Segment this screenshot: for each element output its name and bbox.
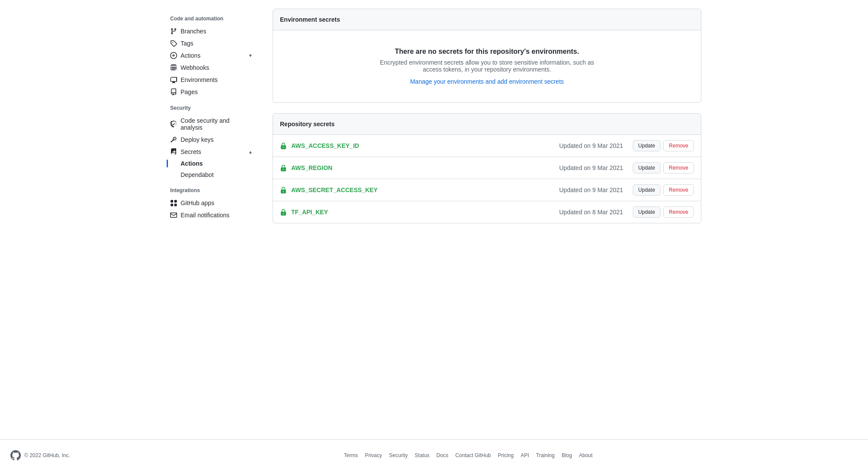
sidebar-section-security: Security Code security and analysis Depl… bbox=[167, 105, 255, 180]
sidebar: Code and automation Branches Tags bbox=[167, 9, 262, 431]
footer-link-status[interactable]: Status bbox=[415, 452, 430, 458]
chevron-down-icon: ▾ bbox=[249, 52, 252, 59]
sidebar-item-webhooks[interactable]: Webhooks bbox=[167, 62, 255, 74]
empty-state-title: There are no secrets for this repository… bbox=[282, 48, 692, 56]
sidebar-item-label-email-notifications: Email notifications bbox=[181, 212, 230, 219]
sidebar-sub-item-label-dependabot: Dependabot bbox=[181, 171, 214, 178]
secret-updated-0: Updated on 9 Mar 2021 bbox=[559, 142, 623, 149]
sidebar-item-environments[interactable]: Environments bbox=[167, 74, 255, 86]
secret-name-0: AWS_ACCESS_KEY_ID bbox=[291, 142, 559, 149]
update-button-3[interactable]: Update bbox=[633, 206, 661, 218]
actions-icon bbox=[170, 52, 177, 59]
remove-button-0[interactable]: Remove bbox=[663, 140, 694, 151]
sidebar-item-label-pages: Pages bbox=[181, 88, 198, 95]
sidebar-section-integrations: Integrations GitHub apps Email notificat… bbox=[167, 187, 255, 221]
environment-secrets-header: Environment secrets bbox=[273, 9, 701, 30]
footer-brand: © 2022 GitHub, Inc. bbox=[10, 450, 70, 461]
remove-button-3[interactable]: Remove bbox=[663, 206, 694, 218]
secret-row-1: AWS_REGION Updated on 9 Mar 2021 Update … bbox=[273, 157, 701, 179]
plus-square-icon bbox=[170, 148, 177, 155]
update-button-1[interactable]: Update bbox=[633, 162, 661, 173]
secret-updated-1: Updated on 9 Mar 2021 bbox=[559, 164, 623, 171]
secret-updated-2: Updated on 9 Mar 2021 bbox=[559, 186, 623, 193]
tag-icon bbox=[170, 40, 177, 47]
sidebar-item-tags[interactable]: Tags bbox=[167, 37, 255, 49]
sidebar-item-github-apps[interactable]: GitHub apps bbox=[167, 197, 255, 209]
secret-row-0: AWS_ACCESS_KEY_ID Updated on 9 Mar 2021 … bbox=[273, 135, 701, 157]
footer-link-terms[interactable]: Terms bbox=[344, 452, 358, 458]
lock-icon-1 bbox=[280, 164, 287, 172]
remove-button-2[interactable]: Remove bbox=[663, 184, 694, 196]
footer-link-about[interactable]: About bbox=[579, 452, 592, 458]
lock-icon-3 bbox=[280, 208, 287, 216]
sidebar-sub-item-actions[interactable]: Actions bbox=[167, 158, 255, 169]
secret-name-2: AWS_SECRET_ACCESS_KEY bbox=[291, 186, 559, 193]
secret-name-3: TF_API_KEY bbox=[291, 209, 559, 216]
update-button-0[interactable]: Update bbox=[633, 140, 661, 151]
secret-name-1: AWS_REGION bbox=[291, 164, 559, 171]
sidebar-item-label-webhooks: Webhooks bbox=[181, 64, 209, 71]
secret-row-2: AWS_SECRET_ACCESS_KEY Updated on 9 Mar 2… bbox=[273, 179, 701, 201]
sidebar-item-actions[interactable]: Actions ▾ bbox=[167, 49, 255, 62]
sidebar-sub-item-label-actions: Actions bbox=[181, 160, 203, 167]
github-logo bbox=[10, 450, 21, 461]
main-content: Environment secrets There are no secrets… bbox=[262, 9, 701, 431]
empty-state-desc: Encrypted environment secrets allow you … bbox=[378, 59, 595, 73]
mail-icon bbox=[170, 212, 177, 219]
environment-secrets-empty-state: There are no secrets for this repository… bbox=[273, 30, 701, 102]
chevron-up-icon: ▴ bbox=[249, 149, 252, 155]
apps-icon bbox=[170, 200, 177, 206]
environment-secrets-section: Environment secrets There are no secrets… bbox=[273, 9, 701, 103]
footer-link-blog[interactable]: Blog bbox=[562, 452, 572, 458]
sidebar-item-label-tags: Tags bbox=[181, 40, 194, 47]
sidebar-item-email-notifications[interactable]: Email notifications bbox=[167, 209, 255, 221]
sidebar-item-deploy-keys[interactable]: Deploy keys bbox=[167, 134, 255, 146]
footer-link-contact[interactable]: Contact GitHub bbox=[455, 452, 491, 458]
sidebar-section-code-automation: Code and automation Branches Tags bbox=[167, 16, 255, 98]
sidebar-section-label-integrations: Integrations bbox=[167, 187, 255, 193]
repository-secrets-header: Repository secrets bbox=[273, 114, 701, 135]
sidebar-item-label-secrets: Secrets bbox=[181, 148, 201, 155]
sidebar-section-label-security: Security bbox=[167, 105, 255, 111]
lock-icon-0 bbox=[280, 142, 287, 150]
update-button-2[interactable]: Update bbox=[633, 184, 661, 196]
sidebar-item-code-security[interactable]: Code security and analysis bbox=[167, 114, 255, 134]
shield-check-icon bbox=[170, 121, 177, 128]
sidebar-section-label-code: Code and automation bbox=[167, 16, 255, 22]
webhooks-icon bbox=[170, 64, 177, 71]
sidebar-item-label-deploy-keys: Deploy keys bbox=[181, 136, 214, 143]
sidebar-item-branches[interactable]: Branches bbox=[167, 25, 255, 37]
footer-copyright: © 2022 GitHub, Inc. bbox=[24, 452, 70, 458]
footer-link-training[interactable]: Training bbox=[536, 452, 555, 458]
sidebar-item-label-environments: Environments bbox=[181, 76, 218, 83]
footer-link-privacy[interactable]: Privacy bbox=[365, 452, 382, 458]
key-icon bbox=[170, 136, 177, 143]
secret-updated-3: Updated on 8 Mar 2021 bbox=[559, 209, 623, 216]
sidebar-item-pages[interactable]: Pages bbox=[167, 86, 255, 98]
footer-link-docs[interactable]: Docs bbox=[437, 452, 448, 458]
sidebar-item-label-github-apps: GitHub apps bbox=[181, 200, 214, 206]
footer-links: Terms Privacy Security Status Docs Conta… bbox=[79, 452, 858, 458]
footer: © 2022 GitHub, Inc. Terms Privacy Securi… bbox=[0, 439, 868, 471]
environments-icon bbox=[170, 76, 177, 83]
branch-icon bbox=[170, 28, 177, 35]
footer-link-security[interactable]: Security bbox=[389, 452, 408, 458]
lock-icon-2 bbox=[280, 186, 287, 194]
footer-link-api[interactable]: API bbox=[521, 452, 529, 458]
sidebar-sub-item-dependabot[interactable]: Dependabot bbox=[167, 169, 255, 180]
sidebar-item-label-branches: Branches bbox=[181, 28, 206, 35]
manage-environments-link[interactable]: Manage your environments and add environ… bbox=[410, 78, 564, 85]
sidebar-item-label-actions: Actions bbox=[181, 52, 201, 59]
sidebar-item-label-code-security: Code security and analysis bbox=[181, 117, 252, 131]
secret-row-3: TF_API_KEY Updated on 8 Mar 2021 Update … bbox=[273, 201, 701, 223]
sidebar-item-secrets[interactable]: Secrets ▴ bbox=[167, 146, 255, 158]
pages-icon bbox=[170, 88, 177, 95]
repository-secrets-section: Repository secrets AWS_ACCESS_KEY_ID Upd… bbox=[273, 113, 701, 223]
footer-link-pricing[interactable]: Pricing bbox=[498, 452, 514, 458]
remove-button-1[interactable]: Remove bbox=[663, 162, 694, 173]
